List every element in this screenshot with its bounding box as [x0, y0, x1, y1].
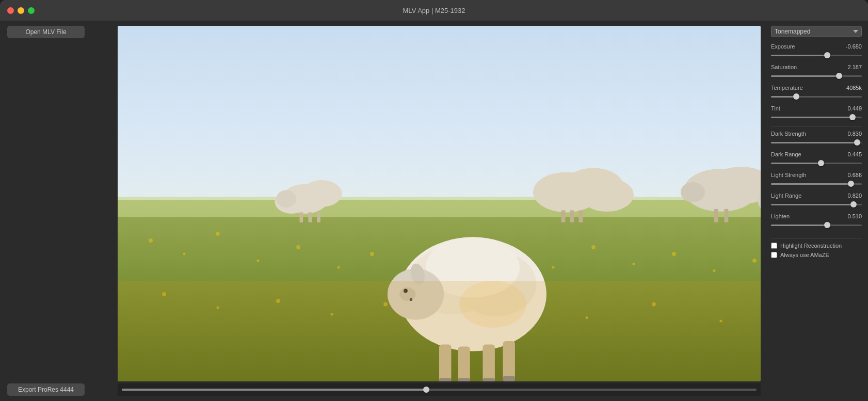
slider-track-temperature[interactable] — [771, 96, 862, 98]
slider-thumb-dark_range[interactable] — [818, 160, 824, 166]
slider-track-dark_strength[interactable] — [771, 142, 862, 143]
slider-fill-dark_strength — [771, 142, 857, 143]
param-row-dark_strength: Dark Strength0.830 — [771, 131, 862, 146]
svg-rect-46 — [725, 209, 729, 222]
slider-thumb-temperature[interactable] — [793, 93, 799, 100]
slider-track-dark_range[interactable] — [771, 163, 862, 164]
param-value-saturation: 2.187 — [847, 64, 862, 70]
param-label-exposure: Exposure — [771, 43, 795, 50]
param-header-exposure: Exposure-0.680 — [771, 43, 862, 50]
slider-thumb-light_range[interactable] — [850, 201, 857, 207]
slider-thumb-tint[interactable] — [849, 114, 856, 120]
timeline-thumb[interactable] — [423, 387, 429, 393]
param-row-exposure: Exposure-0.680 — [771, 43, 862, 59]
svg-point-36 — [276, 190, 296, 208]
divider-mid — [771, 126, 862, 126]
svg-rect-45 — [714, 209, 718, 222]
svg-point-4 — [183, 252, 185, 255]
param-header-light_strength: Light Strength0.686 — [771, 172, 862, 178]
sidebar: Open MLV File Export ProRes 4444 — [0, 21, 114, 401]
slider-thumb-saturation[interactable] — [836, 73, 842, 79]
slider-fill-temperature — [771, 96, 796, 98]
slider-track-light_strength[interactable] — [771, 183, 862, 185]
param-label-temperature: Temperature — [771, 85, 803, 91]
svg-point-7 — [296, 245, 300, 249]
slider-fill-saturation — [771, 75, 839, 77]
traffic-lights — [7, 7, 35, 14]
svg-point-47 — [681, 182, 705, 202]
slider-track-exposure[interactable] — [771, 55, 862, 56]
window-title: MLV App | M25-1932 — [403, 7, 465, 14]
svg-rect-40 — [561, 211, 566, 222]
slider-container-tint — [771, 114, 862, 121]
checkbox-always_use_amaze[interactable] — [771, 252, 777, 258]
slider-container-saturation — [771, 72, 862, 79]
close-button[interactable] — [7, 7, 14, 14]
slider-fill-light_strength — [771, 183, 851, 185]
param-row-saturation: Saturation2.187 — [771, 64, 862, 79]
slider-track-lighten[interactable] — [771, 224, 862, 226]
slider-thumb-exposure[interactable] — [824, 52, 830, 58]
timeline-fill — [122, 389, 426, 391]
slider-thumb-light_strength[interactable] — [848, 181, 854, 187]
param-value-lighten: 0.510 — [847, 213, 862, 219]
slider-container-dark_range — [771, 159, 862, 167]
svg-rect-33 — [300, 212, 303, 222]
param-value-light_range: 0.820 — [847, 193, 862, 199]
checkbox-row-highlight_reconstruction: Highlight Reconstruction — [771, 243, 862, 249]
param-row-light_strength: Light Strength0.686 — [771, 172, 862, 187]
param-row-light_range: Light Range0.820 — [771, 193, 862, 208]
svg-point-3 — [149, 238, 153, 243]
export-button[interactable]: Export ProRes 4444 — [7, 383, 85, 396]
param-value-temperature: 4085k — [846, 85, 862, 91]
video-scene — [118, 26, 761, 381]
slider-fill-exposure — [771, 55, 827, 56]
param-row-lighten: Lighten0.510 — [771, 213, 862, 229]
slider-thumb-dark_strength[interactable] — [854, 139, 860, 146]
param-label-tint: Tint — [771, 105, 780, 111]
svg-rect-34 — [309, 212, 312, 222]
view-mode-dropdown[interactable]: Tonemapped Linear Flat — [771, 26, 862, 37]
param-label-light_range: Light Range — [771, 193, 801, 199]
slider-container-lighten — [771, 221, 862, 229]
param-value-dark_range: 0.445 — [847, 151, 862, 157]
timeline — [118, 383, 761, 396]
param-header-dark_strength: Dark Strength0.830 — [771, 131, 862, 137]
slider-track-light_range[interactable] — [771, 204, 862, 205]
maximize-button[interactable] — [28, 7, 35, 14]
param-header-temperature: Temperature4085k — [771, 85, 862, 91]
svg-point-19 — [752, 259, 757, 263]
slider-container-light_strength — [771, 180, 862, 187]
main-content: Open MLV File Export ProRes 4444 — [0, 21, 868, 401]
slider-track-saturation[interactable] — [771, 75, 862, 77]
slider-container-exposure — [771, 52, 862, 59]
right-panel: Tonemapped Linear Flat Exposure-0.680Sat… — [765, 21, 868, 401]
svg-point-18 — [713, 269, 715, 272]
svg-point-5 — [216, 232, 220, 236]
svg-point-15 — [591, 245, 596, 249]
slider-track-tint[interactable] — [771, 117, 862, 118]
svg-rect-2 — [118, 197, 761, 217]
timeline-track[interactable] — [122, 389, 757, 391]
param-value-exposure: -0.680 — [846, 43, 862, 50]
param-value-dark_strength: 0.830 — [847, 131, 862, 137]
svg-point-6 — [256, 259, 259, 262]
slider-container-light_range — [771, 201, 862, 208]
slider-fill-light_range — [771, 204, 854, 205]
slider-fill-tint — [771, 117, 853, 118]
param-row-tint: Tint0.449 — [771, 105, 862, 121]
params-container: Exposure-0.680Saturation2.187Temperature… — [771, 43, 862, 234]
slider-thumb-lighten[interactable] — [824, 222, 830, 228]
sidebar-bottom: Export ProRes 4444 — [7, 383, 106, 396]
open-mlv-button[interactable]: Open MLV File — [7, 26, 85, 38]
svg-rect-41 — [570, 211, 574, 222]
svg-point-17 — [672, 252, 676, 256]
checkbox-highlight_reconstruction[interactable] — [771, 243, 777, 249]
minimize-button[interactable] — [18, 7, 24, 14]
svg-rect-68 — [118, 281, 761, 381]
param-value-light_strength: 0.686 — [847, 172, 862, 178]
app-window: MLV App | M25-1932 Open MLV File Export … — [0, 0, 868, 401]
svg-point-8 — [337, 266, 340, 268]
slider-fill-lighten — [771, 224, 827, 226]
checkbox-label-highlight_reconstruction: Highlight Reconstruction — [780, 243, 842, 249]
